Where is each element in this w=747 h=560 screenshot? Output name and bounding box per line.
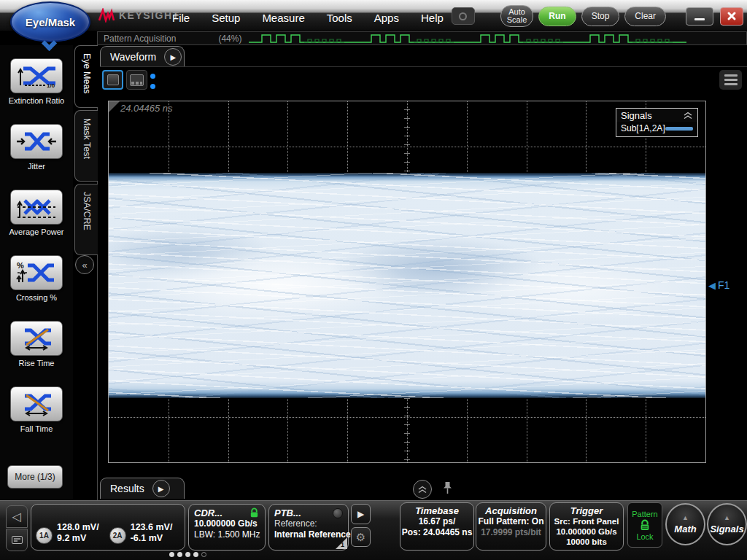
jitter-button[interactable] — [10, 124, 63, 159]
pin-icon — [443, 481, 452, 494]
extinction-ratio-button[interactable]: 1/0 — [10, 58, 63, 93]
page-corner-badge: 1 — [336, 537, 347, 549]
chevron-up-double-icon — [417, 486, 427, 494]
jitter-label: Jitter — [0, 162, 73, 171]
clear-button[interactable]: Clear — [624, 7, 666, 26]
status-led-icon — [333, 508, 343, 518]
app-mode-label: Eye/Mask — [26, 16, 75, 28]
waveform-tab-menu-button[interactable]: ▶ — [164, 48, 182, 66]
menu-help[interactable]: Help — [421, 12, 444, 24]
auto-scale-button[interactable]: Auto Scale — [500, 5, 534, 27]
channel-2a-values: 123.6 mV/ -6.1 mV — [131, 522, 173, 544]
camera-icon — [459, 12, 467, 20]
sidebar-collapse-button[interactable]: « — [75, 255, 94, 274]
timebase-position-readout: 24.04465 ns — [120, 103, 173, 114]
lock-icon — [249, 508, 260, 518]
pattern-acquisition-bar: Pattern Acquisition (44%) — [97, 31, 747, 45]
trigger-panel[interactable]: Trigger Src: Front Panel 10.000000 Gb/s … — [549, 502, 624, 551]
channel-1a-values: 128.0 mV/ 9.2 mV — [57, 522, 99, 544]
status-bar: ◁ 1A 128.0 mV/ 9.2 mV 2A 123.6 mV/ -6.1 … — [0, 500, 747, 560]
rise-time-icon — [16, 326, 57, 351]
rise-time-button[interactable] — [10, 321, 63, 356]
keysight-brand: KEYSIGHT — [98, 8, 180, 23]
measurement-category-tabs: Eye Meas Mask Test JSA/CRE — [73, 45, 98, 503]
pin-results-button[interactable] — [443, 481, 452, 497]
run-button[interactable]: Run — [538, 7, 576, 26]
minimize-icon — [694, 18, 705, 20]
menu-apps[interactable]: Apps — [374, 12, 399, 24]
average-power-icon — [16, 195, 57, 219]
timebase-panel[interactable]: Timebase 16.67 ps/ Pos: 24.04465 ns — [400, 502, 474, 551]
waveform-tab[interactable]: Waveform ▶ — [100, 46, 185, 67]
collapse-status-button[interactable]: ◁ — [6, 505, 28, 528]
average-power-button[interactable] — [10, 190, 63, 225]
gear-icon: ⚙ — [356, 531, 365, 544]
results-tab[interactable]: Results ▶ — [100, 478, 185, 499]
pattern-lock-button[interactable]: Pattern Lock — [627, 502, 662, 548]
status-next-page-button[interactable]: ▶ — [351, 504, 371, 524]
crossing-button[interactable]: % — [10, 255, 63, 290]
triangle-up-icon: ▲ — [682, 515, 689, 521]
hamburger-icon — [724, 74, 738, 77]
legend-entry[interactable]: Sub[1A,2A] — [616, 122, 697, 136]
results-tab-menu-button[interactable]: ▶ — [152, 480, 170, 497]
status-page-dots[interactable] — [169, 552, 206, 557]
chevron-up-double-icon[interactable] — [683, 112, 693, 120]
tab-jsa-cre[interactable]: JSA/CRE — [74, 184, 98, 255]
close-button[interactable] — [720, 7, 743, 26]
channels-panel[interactable]: 1A 128.0 mV/ 9.2 mV 2A 123.6 mV/ -6.1 mV — [31, 504, 185, 551]
acquisition-pts-per-bit: 17.9999 pts/bit — [476, 527, 546, 538]
menu-measure[interactable]: Measure — [262, 12, 304, 24]
trigger-bits: 10000 bits — [550, 537, 623, 547]
toolbar-drag-handle[interactable] — [150, 74, 155, 89]
signals-legend[interactable]: Signals Sub[1A,2A] — [616, 108, 698, 137]
results-expand-button[interactable] — [413, 480, 432, 499]
stop-button[interactable]: Stop — [581, 7, 620, 26]
waveform-graph[interactable]: 24.04465 ns Signals Sub[1A,2A] — [108, 101, 706, 463]
acquisition-full-pattern: Full Pattern: On — [476, 516, 546, 527]
svg-text:%: % — [17, 261, 24, 270]
trace-color-swatch — [665, 127, 693, 131]
minimize-button[interactable] — [686, 7, 713, 26]
fall-time-icon — [16, 392, 57, 416]
quad-layout-button[interactable] — [126, 70, 147, 90]
screenshot-button[interactable] — [452, 7, 475, 25]
cdr-rate: 10.000000 Gb/s — [194, 518, 260, 529]
ptb-panel[interactable]: PTB... Reference: Internal Reference 1 — [268, 504, 349, 551]
timebase-corner-marker — [109, 101, 120, 112]
fall-time-label: Fall Time — [0, 424, 73, 433]
acquisition-trace-icon — [249, 32, 686, 45]
average-power-label: Average Power — [0, 228, 73, 236]
signals-button[interactable]: ▲ Signals — [707, 503, 747, 545]
menu-setup[interactable]: Setup — [212, 12, 240, 24]
tab-mask-test[interactable]: Mask Test — [74, 110, 98, 182]
pattern-acquisition-label: Pattern Acquisition — [104, 34, 176, 44]
measurement-sidebar: 1/0 Extinction Ratio Jitter Average Powe… — [0, 45, 73, 503]
cdr-panel[interactable]: CDR... 10.000000 Gb/s LBW: 1.500 MHz — [188, 504, 266, 551]
channel-1a-badge[interactable]: 1A — [36, 527, 53, 544]
channel-2a-badge[interactable]: 2A — [109, 527, 126, 544]
crossing-label: Crossing % — [0, 293, 73, 302]
extinction-ratio-label: Extinction Ratio — [0, 96, 73, 105]
menu-tools[interactable]: Tools — [327, 12, 352, 24]
rise-time-label: Rise Time — [0, 359, 73, 368]
status-layout-button[interactable] — [6, 529, 28, 551]
fall-time-button[interactable] — [10, 386, 63, 421]
acquisition-panel[interactable]: Acquisition Full Pattern: On 17.9999 pts… — [476, 502, 546, 551]
trigger-rate: 10.000000 Gb/s — [550, 526, 623, 537]
menu-file[interactable]: File — [172, 12, 190, 24]
quad-pane-icon — [130, 74, 144, 86]
jitter-icon — [16, 129, 57, 154]
tab-eye-meas[interactable]: Eye Meas — [74, 45, 98, 108]
single-layout-button[interactable] — [102, 70, 123, 90]
timebase-position: Pos: 24.04465 ns — [400, 527, 473, 538]
ptb-reference-value: Internal Reference — [274, 529, 343, 540]
play-icon: ▶ — [170, 53, 176, 61]
graph-menu-button[interactable] — [719, 70, 742, 90]
status-settings-button[interactable]: ⚙ — [351, 527, 371, 547]
keysight-logo-icon — [98, 8, 115, 23]
app-mode-badge[interactable]: Eye/Mask — [10, 1, 92, 45]
math-button[interactable]: ▲ Math — [665, 503, 705, 545]
more-measurements-button[interactable]: More (1/3) — [7, 465, 63, 489]
f1-function-marker[interactable]: ◀ F1 — [708, 279, 729, 291]
